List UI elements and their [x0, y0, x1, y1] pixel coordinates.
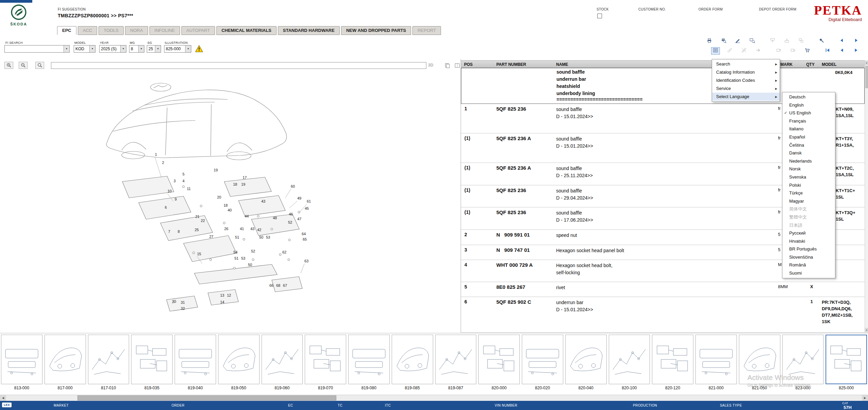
callout-45[interactable]: 45 [305, 206, 309, 210]
callout-54[interactable]: 54 [233, 250, 237, 254]
callout-31[interactable]: 31 [181, 300, 185, 304]
callout-61[interactable]: 61 [307, 199, 311, 203]
callout-62[interactable]: 62 [282, 250, 286, 254]
callout-11[interactable]: 11 [187, 187, 191, 191]
callout-2[interactable]: 2 [162, 161, 164, 165]
language-item-suomi[interactable]: Suomi [782, 269, 835, 277]
callout-65[interactable]: 65 [303, 237, 307, 241]
thumbnail-820-040[interactable]: 820-040 [564, 333, 608, 395]
thumbnail-819-060[interactable]: 819-060 [261, 333, 304, 395]
illustration-select[interactable]: 825-000 ▼ [164, 45, 191, 53]
nav-prev-button[interactable] [837, 47, 846, 55]
language-item-svenska[interactable]: Svenska [782, 173, 835, 181]
table-row[interactable]: 65QF 825 902 Cunderrun barD - 15.01.2024… [461, 297, 865, 333]
thumbnail-819-070[interactable]: 819-070 [304, 333, 347, 395]
history-forward-button[interactable] [852, 37, 861, 45]
illustration-dropdown-icon[interactable]: ▼ [185, 45, 191, 52]
callout-68[interactable]: 68 [276, 283, 280, 287]
language-item-slovenščina[interactable]: Slovenščina [782, 253, 835, 261]
callout-18[interactable]: 18 [233, 182, 237, 186]
language-item-nederlands[interactable]: Nederlands [782, 157, 835, 165]
callout-27[interactable]: 27 [209, 235, 213, 239]
language-item-русский[interactable]: Русский [782, 229, 835, 237]
model-select[interactable]: KOD ▼ [74, 45, 95, 53]
thumbnail-820-020[interactable]: 820-020 [521, 333, 564, 395]
thumbnail-817-000[interactable]: 817-000 [43, 333, 87, 395]
print-preview-button[interactable] [719, 37, 728, 45]
callout-66[interactable]: 66 [269, 283, 273, 287]
callout-32[interactable]: 32 [181, 306, 185, 311]
part-number-cell[interactable]: 5QF 825 236 A [496, 135, 531, 141]
callout-22[interactable]: 22 [201, 219, 205, 223]
callout-26[interactable]: 26 [224, 227, 228, 231]
menu-item-select-language[interactable]: Select Language▶ [712, 93, 780, 101]
pages-icon[interactable] [443, 62, 452, 69]
sg-dropdown-icon[interactable]: ▼ [155, 45, 161, 52]
mg-select[interactable]: 8 ▼ [129, 45, 144, 53]
thumbnail-image[interactable] [305, 335, 346, 384]
parts-list-button[interactable] [711, 47, 720, 55]
thumbnail-image[interactable] [565, 335, 607, 384]
callout-52[interactable]: 52 [288, 220, 292, 224]
callout-41[interactable]: 41 [240, 227, 244, 231]
scroll-down-icon[interactable]: ▼ [865, 328, 868, 333]
callout-9[interactable]: 9 [175, 197, 177, 201]
callout-42[interactable]: 42 [257, 228, 261, 232]
thumbnail-scrollbar-thumb[interactable] [77, 395, 336, 400]
callout-19[interactable]: 19 [241, 182, 245, 186]
callout-44[interactable]: 44 [245, 214, 249, 218]
thumbnail-819-085[interactable]: 819-085 [391, 333, 434, 395]
language-item-polski[interactable]: Polski [782, 181, 835, 189]
thumbnail-image[interactable] [652, 335, 693, 384]
callout-1[interactable]: 1 [155, 152, 157, 156]
callout-64[interactable]: 64 [302, 232, 306, 236]
thumbnail-image[interactable] [348, 335, 390, 384]
thumbnail-819-050[interactable]: 819-050 [217, 333, 261, 395]
language-item-us-english[interactable]: ✓US English [782, 109, 835, 117]
scroll-up-icon[interactable]: ▲ [865, 60, 868, 65]
callout-7[interactable]: 7 [168, 229, 170, 234]
language-item-br-português[interactable]: BR Português [782, 245, 835, 253]
language-item-dansk[interactable]: Dansk [782, 149, 835, 157]
thumbnail-817-010[interactable]: 817-010 [87, 333, 130, 395]
fi-search-dropdown-icon[interactable]: ▼ [64, 45, 69, 52]
part-number-cell[interactable]: 5QF 825 236 [496, 209, 526, 215]
part-number-cell[interactable]: 5QF 825 236 [496, 106, 526, 112]
thumbnail-image[interactable] [826, 335, 867, 384]
part-number-cell[interactable]: 5QF 825 236 A [496, 165, 531, 171]
callout-53[interactable]: 53 [266, 235, 270, 239]
language-item-italiano[interactable]: Italiano [782, 125, 835, 133]
year-select[interactable]: 2025 (S) ▼ [99, 45, 126, 53]
scroll-right-icon[interactable]: ▶ [862, 395, 868, 401]
thumbnail-813-000[interactable]: 813-000 [0, 333, 43, 395]
part-number-cell[interactable]: 5QF 825 236 [496, 187, 526, 193]
callout-17[interactable]: 17 [243, 175, 247, 180]
menu-item-search[interactable]: Search▶ [712, 60, 780, 68]
table-scrollbar-thumb[interactable] [865, 66, 868, 88]
callout-13[interactable]: 13 [220, 293, 224, 297]
scroll-left-icon[interactable]: ◀ [0, 395, 6, 401]
thumbnail-image[interactable] [175, 335, 216, 384]
callout-40[interactable]: 40 [228, 208, 232, 212]
callout-46[interactable]: 46 [289, 212, 293, 216]
callout-53[interactable]: 53 [241, 256, 245, 260]
callout-43[interactable]: 43 [261, 199, 265, 203]
thumbnail-819-040[interactable]: 819-040 [174, 333, 217, 395]
callout-4[interactable]: 4 [182, 179, 184, 183]
tab-epc[interactable]: EPC [57, 26, 76, 35]
thumbnail-image[interactable] [45, 335, 86, 384]
language-item-hrvatski[interactable]: Hrvatski [782, 237, 835, 245]
callout-15[interactable]: 15 [197, 252, 201, 256]
thumbnail-image[interactable] [88, 335, 129, 384]
thumbnail-image[interactable] [218, 335, 260, 384]
callout-30[interactable]: 30 [172, 299, 176, 303]
language-item-română[interactable]: Română [782, 261, 835, 269]
illustration-panel[interactable]: 1253419171819601011920434961618452122444… [0, 70, 461, 333]
tab-new-and-dropped-parts[interactable]: NEW AND DROPPED PARTS [341, 26, 411, 35]
print-button[interactable] [705, 37, 714, 45]
menu-item-catalog-information[interactable]: Catalog Information▶ [712, 68, 780, 76]
language-item-deutsch[interactable]: Deutsch [782, 93, 835, 101]
order-form-label[interactable]: ORDER FORM [698, 7, 723, 11]
callout-21[interactable]: 21 [195, 215, 199, 219]
history-back-button[interactable] [837, 37, 846, 45]
